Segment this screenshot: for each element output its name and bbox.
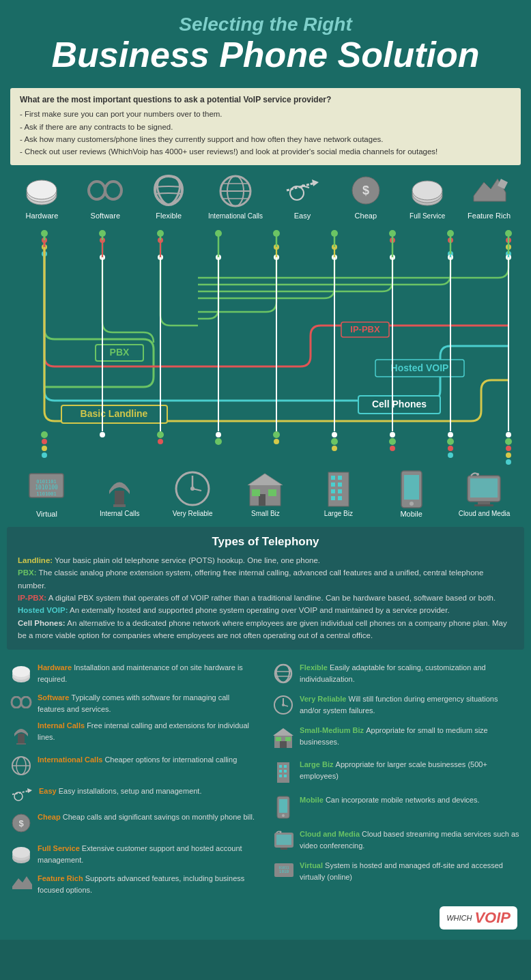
intl-icon [218,173,253,210]
software-label: Software [91,212,120,220]
svg-point-123 [21,697,31,708]
legend-largebiz-icon [272,760,294,789]
svg-point-68 [158,439,163,444]
legend-software-icon [10,693,32,712]
feature-easy: Easy [273,172,331,220]
legend-mobile-text: Mobile Can incorporate mobile networks a… [300,794,480,806]
legend-cloud-text: Cloud and Media Cloud based streaming me… [300,828,521,851]
svg-rect-124 [18,734,25,743]
legend-intl-icon [10,755,32,780]
reliable-label: Very Reliable [173,510,213,517]
flexible-icon [152,172,185,210]
flexible-label: Flexible [156,212,182,220]
legend-cloud: Cloud and Media Cloud based streaming me… [272,828,521,854]
reliable-icon [174,469,212,510]
legend-intl-text: International Calls Cheaper options for … [38,754,237,766]
svg-rect-106 [338,482,342,487]
feature-flexible: Flexible [140,172,198,220]
svg-marker-130 [27,788,32,793]
svg-text:$: $ [18,818,24,828]
virtual-icon: 1010100 0101101 1101001 [26,469,67,510]
svg-point-87 [506,459,511,465]
smallbiz-icon [246,469,284,510]
legend-fullservice-icon [10,844,32,867]
legend-internal-text: Internal Calls Free internal calling and… [38,720,259,743]
svg-point-70 [215,438,222,445]
legend-cheap-text: Cheap Cheap calls and significant saving… [38,811,255,823]
easy-icon [283,172,321,210]
bottom-internal: Internal Calls [85,469,154,517]
svg-point-4 [105,182,121,199]
fullservice-label: Full Service [410,212,445,220]
types-text: Landline: Your basic plain old telephone… [18,554,513,642]
svg-rect-149 [284,765,287,768]
svg-text:0101101: 0101101 [37,479,57,485]
legend-smallbiz: Small-Medium Biz Appropriate for small t… [272,725,521,753]
legend-easy-text: Easy Easy installations, setup and manag… [39,786,202,797]
legend-reliable: Very Reliable Will still function during… [272,693,521,719]
legend-reliable-icon [272,695,294,719]
svg-rect-159 [281,848,287,850]
hostedvoip-label: Hosted VOIP: [18,606,68,614]
info-question: What are the most important questions to… [20,95,511,104]
svg-point-62 [41,431,48,438]
svg-rect-21 [7,220,524,465]
legend-intl: International Calls Cheaper options for … [10,754,259,780]
legend-reliable-text: Very Reliable Will still function during… [300,693,521,716]
cloud-icon [464,469,504,510]
svg-point-79 [448,432,453,437]
virtual-label: Virtual [36,510,57,518]
svg-rect-115 [470,478,498,498]
svg-point-76 [390,432,395,437]
legend-software: Software Typically comes with software f… [10,692,259,715]
top-features-section: Hardware Software [0,172,531,220]
svg-point-71 [273,431,280,438]
svg-point-19 [412,181,442,200]
flow-diagram: IP-PBX Hosted VOIP Basic Landline Cell P… [7,220,524,465]
svg-point-160 [280,831,282,833]
svg-rect-144 [280,741,287,748]
legend-featurerich-text: Feature Rich Supports advanced features,… [38,873,259,895]
svg-point-63 [42,439,47,444]
svg-rect-148 [279,765,282,768]
logo-which-text: WHICH [446,914,472,922]
svg-rect-110 [338,496,342,500]
feature-cheap: $ Cheap [336,172,394,220]
svg-point-82 [448,452,453,458]
legend-cloud-icon [272,830,294,854]
feature-rich: Feature Rich [460,172,518,220]
feature-intl: International Calls [203,173,268,220]
legend-fullservice-text: Full Service Extensive customer support … [38,843,259,865]
svg-text:$: $ [362,184,369,197]
svg-point-118 [476,473,479,476]
svg-point-64 [42,446,47,451]
svg-rect-151 [284,770,287,773]
svg-point-81 [448,446,453,451]
svg-rect-150 [279,770,282,773]
fullservice-icon [410,173,444,210]
svg-point-156 [282,814,285,817]
svg-point-2 [27,180,57,199]
types-title: Types of Telephony [18,535,513,549]
svg-point-78 [390,446,395,451]
legend-cheap-icon: $ [10,813,32,837]
logo-voip-text: VOIP [474,909,511,927]
cheap-icon: $ [351,172,381,210]
bottom-cloud: Cloud and Media [450,469,518,517]
featurerich-icon [470,172,508,210]
legend-flexible-text: Flexible Easily adaptable for scaling, c… [300,662,521,684]
logo-section: WHICH VOIP [0,903,531,940]
legend-hardware-text: Hardware Installation and maintenance of… [38,662,259,684]
svg-point-80 [447,438,454,445]
feature-hardware: Hardware [13,172,71,220]
svg-text:01011: 01011 [278,865,289,869]
legend-virtual: 1010 01011 Virtual System is hosted and … [272,860,521,884]
bottom-smallbiz: Small Biz [231,469,300,517]
legend-hardware-icon [10,663,32,687]
svg-marker-11 [312,179,319,186]
legend-cheap: $ Cheap Cheap calls and significant savi… [10,811,259,837]
intl-label: International Calls [208,212,263,220]
mobile-icon [399,469,425,510]
svg-text:Basic Landline: Basic Landline [81,408,148,419]
svg-rect-92 [115,491,124,504]
